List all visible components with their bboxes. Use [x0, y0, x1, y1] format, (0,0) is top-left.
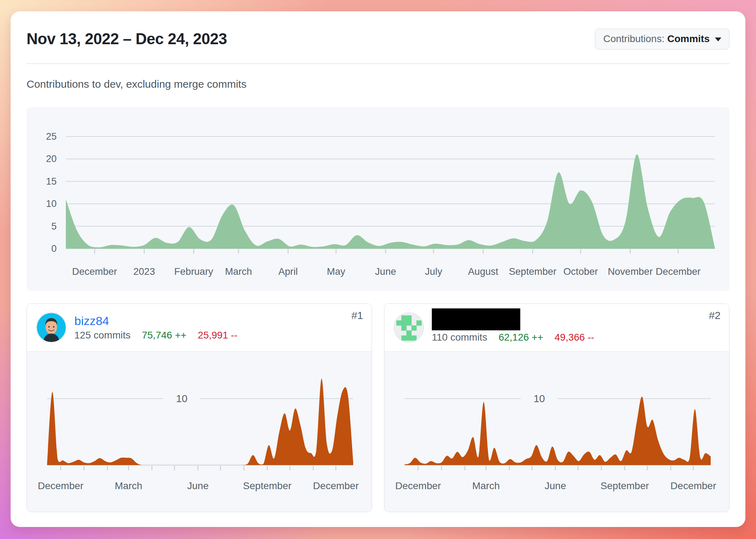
username-link[interactable]: bizz84 [74, 313, 351, 328]
contributor-card-1-header: bizz84 125 commits 75,746 ++ 25,991 -- #… [27, 304, 372, 351]
contributor-1-chart-area: 10DecemberMarchJuneSeptemberDecember [27, 351, 372, 512]
svg-text:20: 20 [46, 153, 57, 164]
contributor-card-2: 110 commits 62,126 ++ 49,366 -- #2 10Dec… [384, 303, 729, 512]
contributor-2-chart-area: 10DecemberMarchJuneSeptemberDecember [384, 351, 729, 512]
identicon-avatar[interactable] [394, 312, 424, 343]
additions-count: 62,126 ++ [499, 331, 543, 344]
contributions-type-dropdown[interactable]: Contributions: Commits [595, 29, 729, 50]
svg-text:September: September [509, 266, 557, 277]
deletions-count: 25,991 -- [198, 329, 237, 342]
caret-down-icon [715, 37, 721, 41]
redacted-username [432, 308, 520, 330]
svg-text:March: March [472, 480, 500, 491]
contributor-card-2-header: 110 commits 62,126 ++ 49,366 -- #2 [384, 304, 729, 351]
main-contributions-panel: 0510152025December2023FebruaryMarchApril… [27, 107, 729, 291]
contributor-stats: 110 commits 62,126 ++ 49,366 -- [432, 331, 709, 344]
svg-text:December: December [38, 480, 84, 491]
svg-text:November: November [608, 266, 653, 277]
rank-badge: #2 [709, 309, 721, 321]
svg-text:June: June [187, 480, 209, 491]
dropdown-label: Contributions: [603, 33, 664, 45]
dropdown-selected-value: Commits [667, 33, 710, 45]
svg-text:December: December [72, 266, 117, 277]
contributor-card-1: bizz84 125 commits 75,746 ++ 25,991 -- #… [27, 303, 372, 512]
photo-avatar-image [37, 313, 66, 342]
svg-text:10: 10 [533, 393, 545, 404]
chart-subtitle: Contributions to dev, excluding merge co… [27, 78, 729, 91]
svg-text:March: March [115, 480, 142, 491]
contributor-2-chart: 10DecemberMarchJuneSeptemberDecember [384, 352, 728, 510]
rank-badge: #1 [351, 309, 363, 321]
svg-text:December: December [395, 480, 441, 491]
svg-text:December: December [313, 480, 359, 491]
svg-text:December: December [670, 480, 716, 491]
svg-text:July: July [425, 266, 442, 277]
svg-text:April: April [278, 266, 298, 277]
main-contributions-chart: 0510152025December2023FebruaryMarchApril… [27, 107, 729, 291]
svg-text:10: 10 [46, 198, 57, 209]
svg-text:June: June [545, 480, 566, 491]
contributor-identity: bizz84 125 commits 75,746 ++ 25,991 -- [74, 313, 351, 342]
user-photo-avatar[interactable] [36, 312, 67, 343]
identicon-avatar-image [394, 313, 423, 342]
commit-count: 125 commits [74, 329, 131, 342]
svg-text:February: February [174, 266, 213, 277]
commit-count: 110 commits [432, 331, 487, 344]
svg-text:25: 25 [46, 131, 57, 142]
svg-text:December: December [656, 266, 701, 277]
svg-text:September: September [601, 480, 649, 491]
svg-text:2023: 2023 [133, 266, 155, 277]
contributor-1-chart: 10DecemberMarchJuneSeptemberDecember [27, 352, 371, 510]
svg-text:15: 15 [46, 176, 57, 187]
date-range-title: Nov 13, 2022 – Dec 24, 2023 [27, 30, 227, 48]
deletions-count: 49,366 -- [555, 331, 594, 344]
page-header: Nov 13, 2022 – Dec 24, 2023 Contribution… [27, 11, 729, 50]
svg-text:May: May [327, 266, 345, 277]
svg-text:June: June [375, 266, 396, 277]
additions-count: 75,746 ++ [142, 329, 187, 342]
contributor-stats: 125 commits 75,746 ++ 25,991 -- [74, 329, 351, 342]
svg-text:October: October [563, 266, 598, 277]
svg-text:March: March [225, 266, 252, 277]
svg-text:0: 0 [51, 243, 57, 254]
svg-text:September: September [243, 480, 292, 491]
contributors-page-card: Nov 13, 2022 – Dec 24, 2023 Contribution… [11, 11, 745, 527]
header-divider [27, 63, 729, 64]
contributor-identity: 110 commits 62,126 ++ 49,366 -- [432, 311, 709, 344]
svg-text:August: August [468, 266, 498, 277]
svg-text:10: 10 [176, 393, 187, 404]
contributor-cards-row: bizz84 125 commits 75,746 ++ 25,991 -- #… [27, 303, 729, 512]
svg-text:5: 5 [51, 221, 57, 232]
